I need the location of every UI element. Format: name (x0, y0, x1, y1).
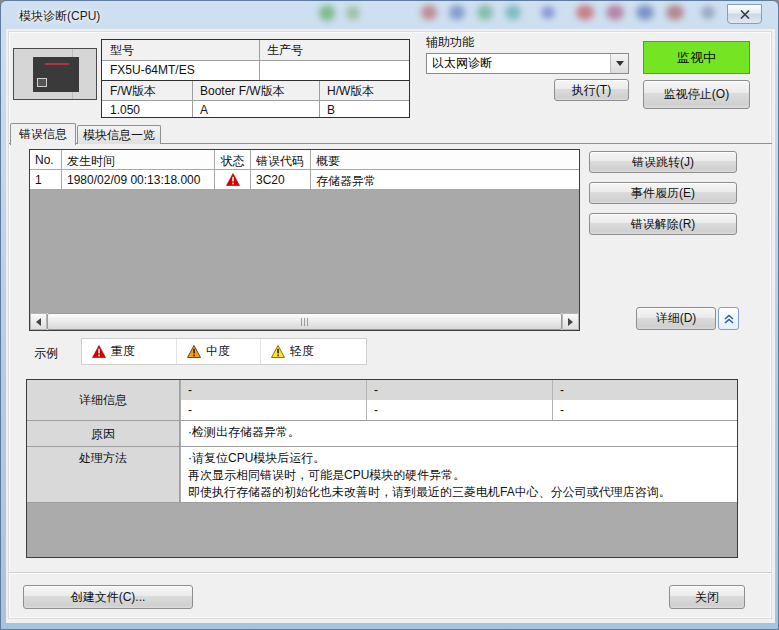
serial-value (259, 61, 409, 80)
col-header-summary: 概要 (311, 150, 579, 170)
fw-header: F/W版本 (102, 81, 192, 100)
arrow-right-icon (568, 318, 573, 326)
titlebar-glass-blob (346, 6, 360, 20)
horizontal-scrollbar[interactable] (30, 313, 579, 330)
action-line: 即使执行存储器的初始化也未改善时，请到最近的三菱电机FA中心、分公司或代理店咨询… (188, 484, 737, 501)
scroll-left-button[interactable] (30, 313, 47, 330)
footer-separator (9, 572, 772, 574)
action-line: 再次显示相同错误时，可能是CPU模块的硬件异常。 (188, 467, 737, 484)
titlebar-glass-blob (505, 5, 521, 20)
legend-severe-label: 重度 (111, 343, 135, 360)
legend-item-severe: 重度 (82, 339, 176, 364)
detail-info-cell: - (553, 400, 737, 420)
legend-moderate-label: 中度 (206, 343, 230, 360)
aux-function-select[interactable]: 以太网诊断 (426, 53, 629, 74)
chevron-down-icon (616, 61, 624, 66)
cause-text: ·检测出存储器异常。 (181, 421, 737, 446)
model-value: FX5U-64MT/ES (102, 61, 259, 80)
thumb-grip (307, 318, 308, 326)
scrollbar-thumb[interactable] (47, 313, 562, 330)
titlebar: 模块诊断(CPU) (1, 1, 779, 29)
booter-value: A (192, 101, 319, 117)
close-button[interactable] (727, 4, 762, 24)
fw-value: 1.050 (102, 101, 192, 117)
monitor-stop-button[interactable]: 监视停止(O) (643, 80, 750, 109)
titlebar-glass-blob (319, 5, 335, 21)
titlebar-glass-blob (606, 5, 624, 20)
action-label: 处理方法 (27, 450, 179, 467)
close-dialog-button[interactable]: 关闭 (669, 585, 745, 609)
titlebar-glass-blob (666, 5, 684, 20)
detail-info-cell: - (367, 380, 553, 400)
col-header-no: No. (30, 150, 62, 170)
aux-function-label: 辅助功能 (426, 34, 474, 51)
thumb-grip (304, 318, 305, 326)
aux-function-selected: 以太网诊断 (427, 55, 610, 72)
minor-warning-icon (271, 345, 285, 358)
moderate-warning-icon (187, 345, 201, 358)
divider (192, 81, 193, 117)
titlebar-glass-blob (636, 5, 654, 20)
detail-info-row2: - - - (181, 400, 737, 420)
detail-button[interactable]: 详细(D) (636, 307, 716, 330)
detail-info-cell: - (367, 400, 553, 420)
error-row-summary: 存储器异常 (311, 170, 579, 190)
error-table-header-row: No. 发生时间 状态 错误代码 概要 (30, 150, 579, 170)
error-row-time: 1980/02/09 00:13:18.000 (62, 170, 215, 190)
collapse-detail-button[interactable] (718, 307, 739, 330)
dialog-client: 型号 生产号 FX5U-64MT/ES F/W版本 Booter F/W版本 H… (6, 29, 775, 623)
error-clear-button[interactable]: 错误解除(R) (589, 213, 737, 235)
thumb-grip (301, 318, 302, 326)
col-header-status: 状态 (215, 150, 251, 170)
event-history-button[interactable]: 事件履历(E) (589, 182, 737, 204)
detail-info-cell: - (181, 400, 367, 420)
module-diagnostics-dialog: 模块诊断(CPU) 型号 生产号 FX5U-64MT/ES (0, 0, 779, 630)
legend-minor-label: 轻度 (290, 343, 314, 360)
detail-info-cell: - (553, 380, 737, 400)
hw-header: H/W版本 (319, 81, 409, 100)
model-header: 型号 (102, 40, 259, 60)
plc-unit-shape (33, 57, 79, 92)
col-header-code: 错误代码 (251, 150, 311, 170)
titlebar-glass-blob (701, 6, 715, 19)
divider (259, 40, 260, 80)
divider (102, 100, 409, 101)
divider (102, 60, 409, 61)
error-details-table: 详细信息 原因 处理方法 - - - - - - ·检测出存储器异常。 ·请复位… (26, 379, 738, 558)
titlebar-glass-blob (541, 6, 555, 19)
titlebar-glass-blob (421, 5, 437, 20)
plc-module-image (13, 48, 97, 100)
action-text: ·请复位CPU模块后运行。 再次显示相同错误时，可能是CPU模块的硬件异常。 即… (181, 447, 737, 502)
module-info-table: 型号 生产号 FX5U-64MT/ES F/W版本 Booter F/W版本 H… (101, 39, 410, 118)
detail-info-label: 详细信息 (27, 392, 179, 409)
hw-value: B (319, 101, 409, 117)
col-header-time: 发生时间 (62, 150, 215, 170)
tab-module-info-list[interactable]: 模块信息一览 (77, 125, 161, 144)
legend-item-minor: 轻度 (260, 339, 324, 364)
severe-warning-icon (92, 345, 106, 358)
titlebar-glass-blob (576, 5, 594, 20)
error-table-row[interactable]: 1 1980/02/09 00:13:18.000 3C20 存储器异常 (30, 170, 579, 190)
cause-label: 原因 (27, 426, 179, 443)
error-table: No. 发生时间 状态 错误代码 概要 1 1980/02/09 00:13:1… (29, 149, 580, 331)
arrow-left-icon (36, 318, 41, 326)
scroll-right-button[interactable] (562, 313, 579, 330)
severe-warning-icon (215, 170, 251, 190)
create-file-button[interactable]: 创建文件(C)... (23, 585, 193, 609)
booter-header: Booter F/W版本 (192, 81, 319, 100)
plc-port-icon (37, 78, 47, 87)
titlebar-glass-blob (477, 5, 493, 20)
window-title: 模块诊断(CPU) (19, 8, 100, 25)
detail-info-row1: - - - (181, 380, 737, 400)
combo-dropdown-button[interactable] (610, 54, 628, 73)
monitoring-status-badge: 监视中 (643, 41, 750, 74)
chevron-double-up-icon (723, 313, 735, 325)
plc-red-stripe (45, 63, 69, 65)
execute-button[interactable]: 执行(T) (554, 79, 629, 101)
error-row-code: 3C20 (251, 170, 311, 190)
action-line: ·请复位CPU模块后运行。 (188, 450, 737, 467)
error-jump-button[interactable]: 错误跳转(J) (589, 151, 737, 173)
severity-legend: 重度 中度 轻度 (81, 338, 367, 365)
tab-error-info[interactable]: 错误信息 (10, 123, 76, 145)
detail-info-cell: - (181, 380, 367, 400)
